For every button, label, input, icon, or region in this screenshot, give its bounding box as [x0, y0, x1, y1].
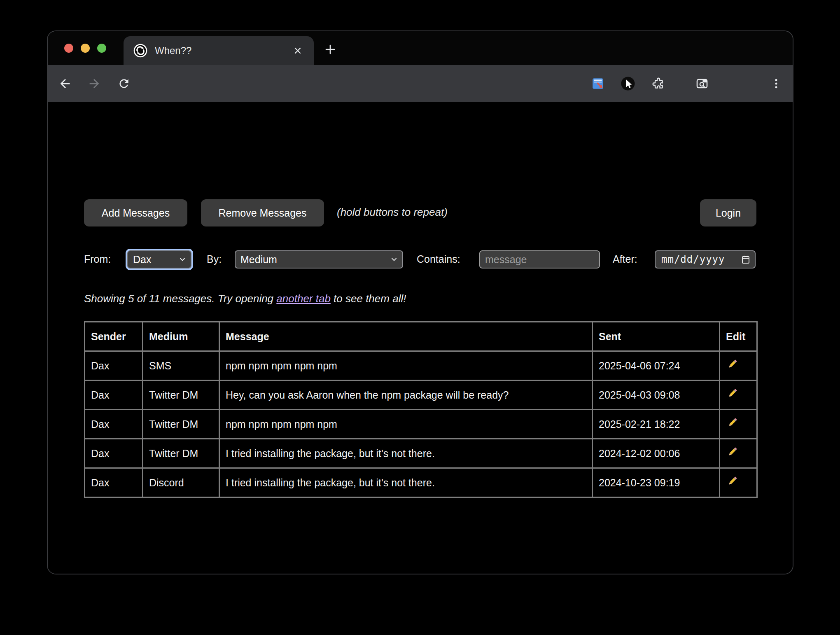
cell-message: I tried installing the package, but it's…	[219, 468, 593, 497]
edit-button[interactable]	[720, 381, 757, 410]
tab-strip: When??	[48, 31, 793, 65]
cell-sent: 2025-02-21 18:22	[593, 410, 720, 439]
cell-sent: 2025-04-06 07:24	[593, 351, 720, 381]
forward-arrow-icon[interactable]	[86, 75, 103, 92]
contains-input[interactable]	[479, 250, 600, 268]
cell-medium: Twitter DM	[143, 381, 219, 410]
add-messages-button[interactable]: Add Messages	[84, 199, 187, 226]
date-placeholder: mm/dd/yyyy	[661, 254, 741, 265]
cell-sent: 2025-04-03 09:08	[593, 381, 720, 410]
chevron-down-icon	[390, 255, 398, 264]
zoom-window-button[interactable]	[97, 44, 106, 53]
pencil-icon	[726, 388, 738, 400]
table-row: Dax Twitter DM npm npm npm npm npm 2025-…	[85, 410, 757, 439]
pencil-icon	[726, 446, 738, 458]
cell-medium: Twitter DM	[143, 410, 219, 439]
cell-sender: Dax	[85, 439, 143, 468]
browser-window: When??	[47, 30, 793, 574]
cell-sender: Dax	[85, 351, 143, 381]
puzzle-icon[interactable]	[649, 75, 666, 92]
table-header-row: Sender Medium Message Sent Edit	[85, 322, 757, 351]
cell-sender: Dax	[85, 381, 143, 410]
header-sender: Sender	[85, 322, 143, 351]
header-edit: Edit	[720, 322, 757, 351]
table-row: Dax Twitter DM I tried installing the pa…	[85, 439, 757, 468]
filter-bar: From: Dax By: Medium Contains: After: mm…	[48, 250, 793, 268]
browser-tab[interactable]: When??	[124, 36, 314, 65]
cell-message: npm npm npm npm npm	[219, 410, 593, 439]
status-line: Showing 5 of 11 messages. Try opening an…	[84, 292, 406, 305]
after-label: After:	[613, 253, 637, 265]
tab-close-icon[interactable]	[292, 45, 303, 56]
minimize-window-button[interactable]	[81, 44, 90, 53]
three-dot-menu-icon[interactable]	[768, 75, 784, 92]
page-content: Add Messages Remove Messages (hold butto…	[48, 102, 793, 574]
pencil-icon	[726, 417, 738, 429]
cell-sent: 2024-10-23 09:19	[593, 468, 720, 497]
cell-sender: Dax	[85, 468, 143, 497]
table-row: Dax SMS npm npm npm npm npm 2025-04-06 0…	[85, 351, 757, 381]
window-resize-extension-icon[interactable]	[590, 75, 606, 92]
table-row: Dax Discord I tried installing the packa…	[85, 468, 757, 497]
cell-sender: Dax	[85, 410, 143, 439]
status-prefix: Showing 5 of 11 messages. Try opening	[84, 292, 276, 305]
after-date-input[interactable]: mm/dd/yyyy	[655, 250, 756, 268]
cell-message: I tried installing the package, but it's…	[219, 439, 593, 468]
contains-label: Contains:	[417, 253, 460, 265]
cell-message: npm npm npm npm npm	[219, 351, 593, 381]
chevron-down-icon	[178, 255, 187, 264]
from-select[interactable]: Dax	[127, 250, 191, 268]
from-label: From:	[84, 253, 111, 265]
cursor-extension-icon[interactable]	[620, 75, 636, 92]
login-button[interactable]: Login	[700, 199, 756, 226]
pencil-icon	[726, 358, 738, 371]
by-label: By:	[207, 253, 222, 265]
cell-medium: Discord	[143, 468, 219, 497]
browser-toolbar: localhost:5173	[48, 65, 793, 102]
header-message: Message	[219, 322, 593, 351]
edit-button[interactable]	[720, 410, 757, 439]
calendar-icon[interactable]	[741, 254, 751, 264]
new-tab-button[interactable]	[322, 41, 338, 58]
sync-circle-icon	[133, 44, 147, 58]
tab-search-icon[interactable]	[694, 75, 710, 92]
edit-button[interactable]	[720, 439, 757, 468]
cell-sent: 2024-12-02 00:06	[593, 439, 720, 468]
edit-button[interactable]	[720, 351, 757, 381]
remove-messages-button[interactable]: Remove Messages	[201, 199, 324, 226]
messages-table: Sender Medium Message Sent Edit Dax SMS …	[84, 321, 758, 498]
header-medium: Medium	[143, 322, 219, 351]
from-select-value: Dax	[133, 254, 178, 266]
by-select-value: Medium	[240, 254, 390, 266]
cell-medium: SMS	[143, 351, 219, 381]
by-select[interactable]: Medium	[235, 250, 403, 268]
edit-button[interactable]	[720, 468, 757, 497]
header-sent: Sent	[593, 322, 720, 351]
hold-buttons-hint: (hold buttons to repeat)	[337, 206, 448, 219]
cell-medium: Twitter DM	[143, 439, 219, 468]
close-window-button[interactable]	[64, 44, 73, 53]
another-tab-link[interactable]: another tab	[276, 292, 331, 305]
back-arrow-icon[interactable]	[57, 75, 73, 92]
status-suffix: to see them all!	[331, 292, 406, 305]
cell-message: Hey, can you ask Aaron when the npm pack…	[219, 381, 593, 410]
pencil-icon	[726, 475, 738, 488]
table-row: Dax Twitter DM Hey, can you ask Aaron wh…	[85, 381, 757, 410]
tab-title: When??	[155, 45, 292, 56]
reload-icon[interactable]	[116, 75, 132, 92]
